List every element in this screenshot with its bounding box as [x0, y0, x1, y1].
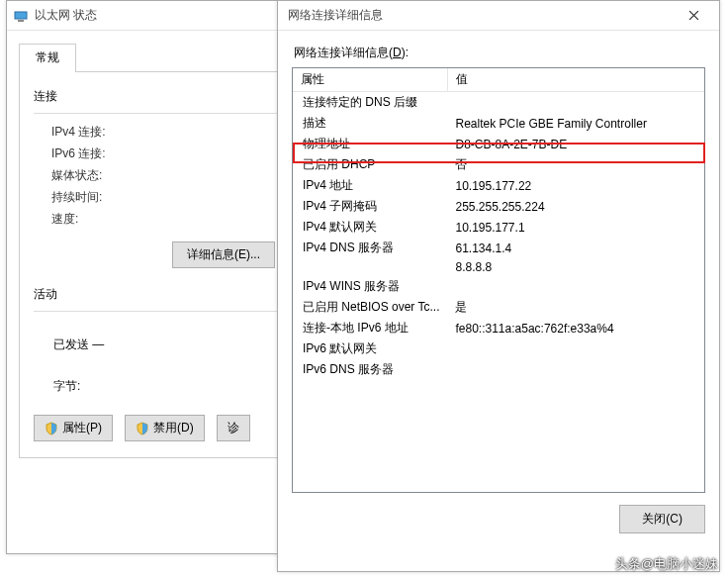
network-details-window: 网络连接详细信息 网络连接详细信息(D): 属性 值 连接特定的 DNS 后缀描…: [277, 0, 720, 572]
details-close-button[interactable]: [674, 2, 713, 30]
table-row[interactable]: 连接特定的 DNS 后缀: [293, 92, 704, 114]
table-row[interactable]: 8.8.8.8: [293, 258, 704, 276]
details-label: 网络连接详细信息(D):: [294, 45, 719, 61]
disable-button[interactable]: 禁用(D): [125, 415, 205, 441]
table-row[interactable]: IPv6 默认网关: [293, 338, 704, 359]
table-row[interactable]: IPv6 DNS 服务器: [293, 359, 704, 380]
table-row[interactable]: IPv4 子网掩码255.255.255.224: [293, 196, 704, 217]
table-row[interactable]: 已启用 DHCP否: [293, 154, 704, 175]
sent-label: 已发送 —: [53, 337, 104, 353]
bytes-label: 字节:: [53, 378, 80, 395]
network-icon: [13, 8, 29, 24]
details-footer: 关闭(C): [278, 493, 719, 545]
table-row[interactable]: IPv4 地址10.195.177.22: [293, 175, 704, 196]
diagnose-button[interactable]: 诊: [217, 415, 250, 441]
details-title: 网络连接详细信息: [284, 7, 674, 24]
tab-general[interactable]: 常规: [19, 44, 76, 72]
col-value[interactable]: 值: [447, 68, 704, 92]
shield-icon: [136, 422, 149, 435]
svg-rect-0: [15, 12, 27, 19]
col-property[interactable]: 属性: [293, 68, 447, 92]
table-row[interactable]: 连接-本地 IPv6 地址fe80::311a:a5ac:762f:e33a%4: [293, 318, 704, 338]
table-row[interactable]: IPv4 WINS 服务器: [293, 276, 704, 297]
details-titlebar: 网络连接详细信息: [278, 1, 719, 31]
table-row[interactable]: IPv4 默认网关10.195.177.1: [293, 217, 704, 238]
table-row[interactable]: 描述Realtek PCIe GBE Family Controller: [293, 113, 704, 134]
details-table: 属性 值 连接特定的 DNS 后缀描述Realtek PCIe GBE Fami…: [293, 68, 704, 380]
details-listbox[interactable]: 属性 值 连接特定的 DNS 后缀描述Realtek PCIe GBE Fami…: [292, 67, 705, 493]
svg-rect-1: [18, 20, 24, 22]
table-row[interactable]: IPv4 DNS 服务器61.134.1.4: [293, 238, 704, 258]
close-button[interactable]: 关闭(C): [619, 505, 705, 533]
watermark: 头条@电脑小迷妹: [615, 555, 718, 573]
table-row[interactable]: 物理地址D8-CB-8A-2E-7B-DE: [293, 134, 704, 154]
properties-button[interactable]: 属性(P): [34, 415, 113, 441]
shield-icon: [45, 422, 58, 435]
details-button[interactable]: 详细信息(E)...: [172, 241, 275, 268]
table-row[interactable]: 已启用 NetBIOS over Tc...是: [293, 297, 704, 318]
